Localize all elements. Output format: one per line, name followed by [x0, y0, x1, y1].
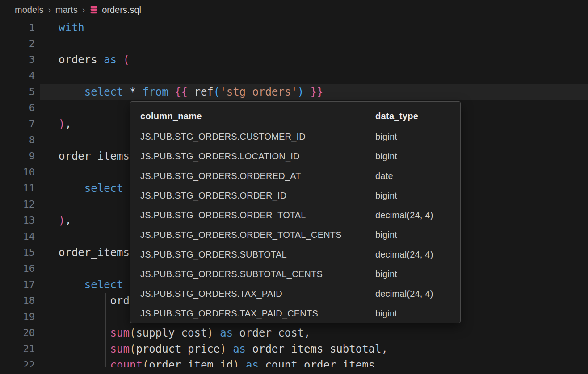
code-text: orders as (: [59, 52, 130, 68]
line-number: 15: [0, 245, 35, 261]
line-number: 5: [0, 84, 35, 100]
code-line-1[interactable]: 1with: [0, 20, 588, 36]
code-line-2[interactable]: 2: [0, 36, 588, 52]
schema-row: JS.PUB.STG_ORDERS.ORDER_TOTALdecimal(24,…: [140, 205, 450, 225]
breadcrumb-separator: ›: [48, 5, 50, 15]
schema-popup: column_name data_type JS.PUB.STG_ORDERS.…: [130, 101, 461, 323]
schema-row: JS.PUB.STG_ORDERS.ORDER_IDbigint: [140, 186, 450, 205]
line-number: 4: [0, 68, 35, 84]
code-line-4[interactable]: 4: [0, 68, 588, 84]
code-text: ),: [59, 212, 71, 229]
column-name-cell: JS.PUB.STG_ORDERS.ORDER_ID: [140, 191, 375, 201]
line-number: 3: [0, 52, 35, 68]
schema-row: JS.PUB.STG_ORDERS.ORDER_TOTAL_CENTSbigin…: [140, 225, 450, 245]
line-number: 6: [0, 100, 35, 116]
column-name-cell: JS.PUB.STG_ORDERS.ORDERED_AT: [140, 171, 375, 181]
line-number: 21: [0, 341, 35, 357]
data-type-cell: bigint: [375, 151, 450, 162]
column-name-cell: JS.PUB.STG_ORDERS.SUBTOTAL_CENTS: [140, 269, 375, 279]
code-text: ord: [59, 293, 130, 309]
column-name-cell: JS.PUB.STG_ORDERS.ORDER_TOTAL: [140, 210, 375, 220]
schema-row: JS.PUB.STG_ORDERS.TAX_PAIDdecimal(24, 4): [140, 284, 450, 303]
data-type-cell: bigint: [375, 230, 450, 240]
data-type-cell: bigint: [375, 308, 450, 319]
line-number: 12: [0, 196, 35, 212]
schema-row: JS.PUB.STG_ORDERS.LOCATION_IDbigint: [140, 146, 450, 166]
schema-row: JS.PUB.STG_ORDERS.SUBTOTAL_CENTSbigint: [140, 264, 450, 284]
code-line-20[interactable]: 20 sum(supply_cost) as order_cost,: [0, 325, 588, 341]
breadcrumb-separator: ›: [82, 5, 85, 15]
breadcrumb-item-file[interactable]: orders.sql: [102, 5, 141, 15]
line-number: 11: [0, 180, 35, 196]
column-name-cell: JS.PUB.STG_ORDERS.TAX_PAID_CENTS: [140, 308, 375, 319]
code-text: sum(product_price) as order_items_subtot…: [59, 341, 388, 357]
column-name-cell: JS.PUB.STG_ORDERS.ORDER_TOTAL_CENTS: [140, 230, 375, 240]
code-text: order_items: [59, 148, 130, 164]
code-text: with: [59, 20, 84, 36]
line-number: 13: [0, 212, 35, 229]
code-text: order_items: [59, 245, 130, 261]
data-type-cell: decimal(24, 4): [375, 210, 450, 220]
schema-row: JS.PUB.STG_ORDERS.ORDERED_ATdate: [140, 166, 450, 186]
popup-header-data-type: data_type: [375, 111, 450, 121]
line-number: 17: [0, 277, 35, 293]
code-text: select * from {{ ref('stg_orders') }}: [59, 84, 323, 100]
data-type-cell: decimal(24, 4): [375, 289, 450, 299]
data-type-cell: decimal(24, 4): [375, 249, 450, 260]
code-editor: 1with23orders as (45 select * from {{ re…: [0, 20, 588, 374]
schema-popup-header: column_name data_type: [140, 105, 450, 127]
data-type-cell: bigint: [375, 132, 450, 142]
data-type-cell: bigint: [375, 191, 450, 201]
bottom-clip: [0, 367, 588, 374]
code-text: ),: [59, 116, 71, 132]
code-text: select: [59, 180, 123, 196]
data-type-cell: date: [375, 171, 450, 181]
line-number: 18: [0, 293, 35, 309]
schema-row: JS.PUB.STG_ORDERS.SUBTOTALdecimal(24, 4): [140, 245, 450, 264]
breadcrumb-item-models[interactable]: models: [15, 5, 43, 15]
data-type-cell: bigint: [375, 269, 450, 279]
line-number: 19: [0, 309, 35, 325]
column-name-cell: JS.PUB.STG_ORDERS.CUSTOMER_ID: [140, 132, 375, 142]
column-name-cell: JS.PUB.STG_ORDERS.TAX_PAID: [140, 289, 375, 299]
breadcrumb-item-marts[interactable]: marts: [55, 5, 78, 15]
column-name-cell: JS.PUB.STG_ORDERS.SUBTOTAL: [140, 249, 375, 260]
line-number: 16: [0, 261, 35, 277]
database-icon: [89, 5, 98, 14]
popup-header-column-name: column_name: [140, 111, 375, 121]
line-number: 2: [0, 36, 35, 52]
code-line-21[interactable]: 21 sum(product_price) as order_items_sub…: [0, 341, 588, 357]
line-number: 10: [0, 164, 35, 180]
column-name-cell: JS.PUB.STG_ORDERS.LOCATION_ID: [140, 151, 375, 162]
schema-row: JS.PUB.STG_ORDERS.CUSTOMER_IDbigint: [140, 127, 450, 146]
line-number: 1: [0, 20, 35, 36]
line-number: 8: [0, 132, 35, 148]
line-number: 7: [0, 116, 35, 132]
breadcrumb: models › marts › orders.sql: [0, 0, 588, 20]
code-line-3[interactable]: 3orders as (: [0, 52, 588, 68]
code-text: select: [59, 277, 123, 293]
code-text: sum(supply_cost) as order_cost,: [59, 325, 311, 341]
schema-row: JS.PUB.STG_ORDERS.TAX_PAID_CENTSbigint: [140, 303, 450, 323]
schema-rows: JS.PUB.STG_ORDERS.CUSTOMER_IDbigintJS.PU…: [140, 127, 450, 323]
line-number: 20: [0, 325, 35, 341]
line-number: 9: [0, 148, 35, 164]
line-number: 14: [0, 229, 35, 245]
code-line-5[interactable]: 5 select * from {{ ref('stg_orders') }}: [0, 84, 588, 100]
